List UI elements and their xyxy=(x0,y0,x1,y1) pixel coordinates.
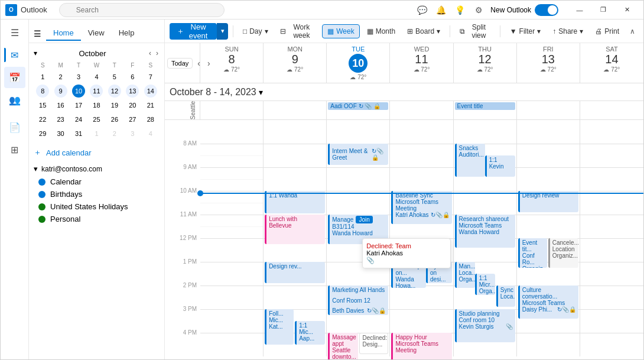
time-grid-scroll[interactable]: 8 AM 9 AM 10 AM 11 AM 12 PM 1 PM 2 PM 3 … xyxy=(165,120,643,359)
mini-day-7[interactable]: 7 xyxy=(144,70,157,83)
aadi-oof-event[interactable]: Aadi OOF ↻ 📎 🔒 xyxy=(328,102,388,110)
share-button[interactable]: ↑ Share ▾ xyxy=(548,25,588,38)
mini-day-17[interactable]: 17 xyxy=(72,99,85,112)
filter-button[interactable]: ▼ Filter ▾ xyxy=(505,25,546,38)
event-design-rev-mon[interactable]: Design rev... xyxy=(265,262,325,283)
close-button[interactable]: ✕ xyxy=(615,1,639,20)
mini-day-31[interactable]: 31 xyxy=(72,127,85,140)
mini-day-12[interactable]: 12 xyxy=(108,85,121,98)
mini-day-30[interactable]: 30 xyxy=(54,127,67,140)
mini-day-nov3[interactable]: 3 xyxy=(126,127,139,140)
mail-icon[interactable]: ✉ xyxy=(4,44,25,66)
mini-day-nov1[interactable]: 1 xyxy=(90,127,103,140)
view-month-button[interactable]: ▦ Month xyxy=(362,25,400,38)
mini-day-10[interactable]: 10 xyxy=(72,85,85,98)
mini-cal-next[interactable]: › xyxy=(155,48,160,59)
mini-day-14[interactable]: 14 xyxy=(144,85,157,98)
event-baseline-sync[interactable]: Baseline Sync Microsoft Teams Meeting Ka… xyxy=(391,191,451,224)
mini-day-16[interactable]: 16 xyxy=(54,99,67,112)
today-button[interactable]: Today xyxy=(167,58,193,69)
mini-day-11[interactable]: 11 xyxy=(90,85,103,98)
people-icon[interactable]: 👥 xyxy=(4,89,25,111)
mini-day-8[interactable]: 8 xyxy=(36,85,49,98)
event-title-thu-allday[interactable]: Event title xyxy=(455,102,515,110)
tab-home[interactable]: Home xyxy=(46,26,81,41)
event-lunch-bellevue[interactable]: Lunch withBellevue xyxy=(265,215,325,244)
mini-day-6[interactable]: 6 xyxy=(126,70,139,83)
sidebar-collapse-btn[interactable]: ☰ xyxy=(34,29,41,38)
calendar-item-us-holidays[interactable]: United States Holidays xyxy=(34,200,160,213)
join-button[interactable]: Join xyxy=(356,216,372,223)
mini-day-21[interactable]: 21 xyxy=(144,99,157,112)
calendar-icon[interactable]: 📅 xyxy=(4,67,25,88)
ribbon-collapse-button[interactable]: ∧ xyxy=(626,26,639,37)
view-workweek-button[interactable]: ⊟ Work week xyxy=(275,21,320,42)
mini-day-22[interactable]: 22 xyxy=(36,113,49,126)
event-design-review-fri[interactable]: Design review xyxy=(518,191,578,212)
calendar-item-birthdays[interactable]: Birthdays xyxy=(34,188,160,200)
mini-day-4[interactable]: 4 xyxy=(90,70,103,83)
event-marketing-allhands[interactable]: Marketing All Hands Conf Room 12 Beth Da… xyxy=(328,286,388,315)
date-range-dropdown-icon[interactable]: ▾ xyxy=(259,87,263,97)
new-outlook-switch[interactable] xyxy=(535,4,558,16)
mini-day-nov4[interactable]: 4 xyxy=(144,127,157,140)
settings-icon[interactable]: ⚙ xyxy=(471,3,486,17)
calendars-account-header[interactable]: ▾ katri@contoso.com xyxy=(34,162,160,176)
mini-cal-prev[interactable]: ‹ xyxy=(148,48,152,59)
calendar-item-calendar[interactable]: Calendar xyxy=(34,176,160,188)
add-calendar-button[interactable]: ＋ Add calendar xyxy=(29,145,164,160)
restore-button[interactable]: ❐ xyxy=(591,1,615,20)
event-1on1-mic-aap[interactable]: 1:1Mic...Aap... xyxy=(295,321,325,345)
event-studio-planning[interactable]: Studio planning Conf room 10 Kevin Sturg… xyxy=(455,309,515,342)
apps-icon[interactable]: ⊞ xyxy=(4,139,25,160)
mini-day-13[interactable]: 13 xyxy=(126,85,139,98)
event-snacks[interactable]: Snacks Auditori... xyxy=(455,144,485,177)
mini-day-2[interactable]: 2 xyxy=(54,70,67,83)
split-view-button[interactable]: ⧉ Split view xyxy=(455,21,495,42)
calendar-item-personal[interactable]: Personal xyxy=(34,213,160,225)
minimize-button[interactable]: — xyxy=(568,1,591,20)
view-week-button[interactable]: ▦ Week xyxy=(322,24,359,38)
event-sync-loca[interactable]: SyncLoca... xyxy=(496,286,515,307)
view-board-button[interactable]: ⊞ Board ▾ xyxy=(402,25,445,38)
mini-day-15[interactable]: 15 xyxy=(36,99,49,112)
event-1on1-micr[interactable]: 1:1Micr...Orga... xyxy=(475,274,495,295)
mini-day-9[interactable]: 9 xyxy=(54,85,67,98)
event-man-loca[interactable]: Man...Loca...Orga... xyxy=(455,262,475,288)
mini-day-5[interactable]: 5 xyxy=(108,70,121,83)
event-tit-fri[interactable]: Event tit... Conf Ro... Organiz... xyxy=(518,238,547,268)
mini-day-26[interactable]: 26 xyxy=(108,113,121,126)
mini-day-19[interactable]: 19 xyxy=(108,99,121,112)
mini-day-28[interactable]: 28 xyxy=(144,113,157,126)
mini-day-1[interactable]: 1 xyxy=(36,70,49,83)
print-button[interactable]: 🖨 Print xyxy=(590,25,624,38)
event-canceled-fri[interactable]: Cancele... Location Organiz... xyxy=(548,238,578,268)
lightbulb-icon[interactable]: 💡 xyxy=(453,3,467,17)
files-icon[interactable]: 📄 xyxy=(4,116,25,138)
new-event-button[interactable]: ＋ New event xyxy=(170,23,217,40)
mini-day-29[interactable]: 29 xyxy=(36,127,49,140)
event-1on1-wanda[interactable]: 1:1 Wanda xyxy=(265,191,325,213)
event-foll-mic-kat[interactable]: Foll...Mic...Kat... xyxy=(265,309,294,345)
menu-icon[interactable]: ☰ xyxy=(4,22,25,43)
event-massage-appt[interactable]: Massage appt Seattle downto... 📎 xyxy=(328,333,358,359)
new-event-dropdown[interactable]: ▾ xyxy=(217,23,228,40)
bell-icon[interactable]: 🔔 xyxy=(434,3,448,17)
mini-day-nov2[interactable]: 2 xyxy=(108,127,121,140)
event-1on1-kevin[interactable]: 1:1 Kevin xyxy=(485,155,515,177)
tab-help[interactable]: Help xyxy=(112,26,142,41)
search-input[interactable] xyxy=(59,3,225,17)
event-happy-hour[interactable]: Happy Hour Microsoft Teams Meeting xyxy=(391,333,451,359)
mini-cal-collapse-icon[interactable]: ▾ xyxy=(34,49,37,57)
mini-day-18[interactable]: 18 xyxy=(90,99,103,112)
mini-day-24[interactable]: 24 xyxy=(72,113,85,126)
tab-view[interactable]: View xyxy=(81,26,112,41)
mini-day-23[interactable]: 23 xyxy=(54,113,67,126)
event-research-shareout[interactable]: Research shareout Microsoft Teams Wanda … xyxy=(455,215,515,248)
mini-cal-month-title[interactable]: October xyxy=(79,49,106,58)
event-culture-conversation[interactable]: Culture conversatio... Microsoft Teams D… xyxy=(518,286,578,319)
event-intern-meet[interactable]: Intern Meet & Greet ↻📎🔒 xyxy=(328,144,388,165)
mini-day-27[interactable]: 27 xyxy=(126,113,139,126)
chat-icon[interactable]: 💬 xyxy=(415,3,429,17)
mini-day-25[interactable]: 25 xyxy=(90,113,103,126)
